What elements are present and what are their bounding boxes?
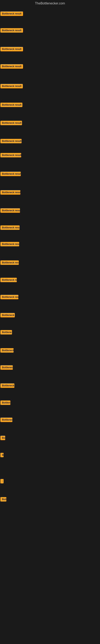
bottleneck-badge: Bottleneck resul [0, 295, 18, 299]
bottleneck-badge: Bottleneck result [0, 139, 22, 143]
list-item[interactable]: Bottleneck result [0, 64, 23, 70]
bottleneck-badge: Bottleneck result [0, 260, 19, 265]
list-item[interactable]: Bottleneck result [0, 12, 23, 17]
list-item[interactable]: Bottleneck result [0, 172, 21, 177]
bottleneck-badge: Bottleneck result [0, 242, 19, 246]
list-item[interactable]: Bottleneck result [0, 139, 22, 144]
list-item[interactable]: Bottleneck r [0, 348, 14, 354]
bottleneck-badge: Bottleneck result [0, 28, 23, 32]
bottleneck-badge: Bottlene [0, 330, 12, 334]
bottleneck-badge: Bottleneck [0, 365, 13, 370]
bottleneck-badge: Bottleneck [0, 418, 12, 422]
list-item[interactable]: Bott [0, 497, 6, 502]
bottleneck-badge: Bottleneck result [0, 12, 23, 16]
list-item[interactable]: Bottlene [0, 330, 12, 335]
bottleneck-badge: Bottleneck result [0, 208, 20, 213]
list-item[interactable]: Bottleneck r [0, 313, 15, 318]
bottleneck-badge: Bottleneck result [0, 121, 22, 125]
bottleneck-badge: Bottleneck r [0, 313, 15, 317]
list-item[interactable]: Bottleneck re [0, 384, 14, 388]
list-item[interactable]: Bottleneck [0, 418, 12, 423]
bottleneck-badge: Bottleneck r [0, 348, 14, 352]
list-item[interactable]: B [0, 453, 3, 458]
bottleneck-badge: Bott [0, 497, 6, 502]
list-item[interactable]: Bottleneck result [0, 84, 23, 89]
list-item[interactable]: Bottleneck result [0, 242, 19, 247]
bottleneck-badge: Bottleneck result [0, 190, 20, 194]
bottleneck-badge: B [0, 453, 3, 457]
site-title: TheBottlenecker.com [0, 0, 100, 7]
bottleneck-badge: Bottleneck result [0, 47, 23, 51]
bottleneck-badge: Bottlen [0, 400, 10, 405]
bottleneck-badge: Bottleneck result [0, 172, 21, 176]
list-item[interactable]: Bo [0, 436, 5, 441]
list-item[interactable]: Bottleneck result [0, 153, 21, 158]
list-item[interactable]: Bottleneck result [0, 226, 20, 231]
list-item[interactable]: Bottleneck result [0, 190, 20, 196]
bottleneck-badge: Bottleneck result [0, 153, 21, 158]
bottleneck-badge: Bottleneck result [0, 84, 23, 88]
bottleneck-badge: Bottleneck re [0, 384, 14, 388]
list-item[interactable]: Bottlen [0, 400, 10, 406]
list-item[interactable]: Bottleneck result [0, 47, 23, 52]
list-item[interactable]: Bottleneck result [0, 260, 19, 266]
bottleneck-badge: Bottleneck result [0, 226, 20, 230]
bottleneck-badge: Bottleneck re [0, 278, 17, 282]
list-item[interactable]: Bottleneck result [0, 208, 20, 214]
list-item[interactable]: Bottleneck result [0, 103, 22, 108]
bottleneck-badge: Bottleneck result [0, 64, 23, 69]
list-item[interactable]: Bottleneck result [0, 28, 23, 34]
list-item[interactable]: : [0, 479, 3, 484]
bottleneck-badge: Bottleneck result [0, 103, 22, 107]
list-item[interactable]: Bottleneck [0, 365, 13, 370]
list-item[interactable]: Bottleneck resul [0, 295, 18, 300]
bottleneck-badge: : [0, 479, 3, 484]
list-item[interactable]: Bottleneck result [0, 121, 22, 126]
list-item[interactable]: Bottleneck re [0, 278, 17, 283]
bottleneck-badge: Bo [0, 436, 5, 440]
